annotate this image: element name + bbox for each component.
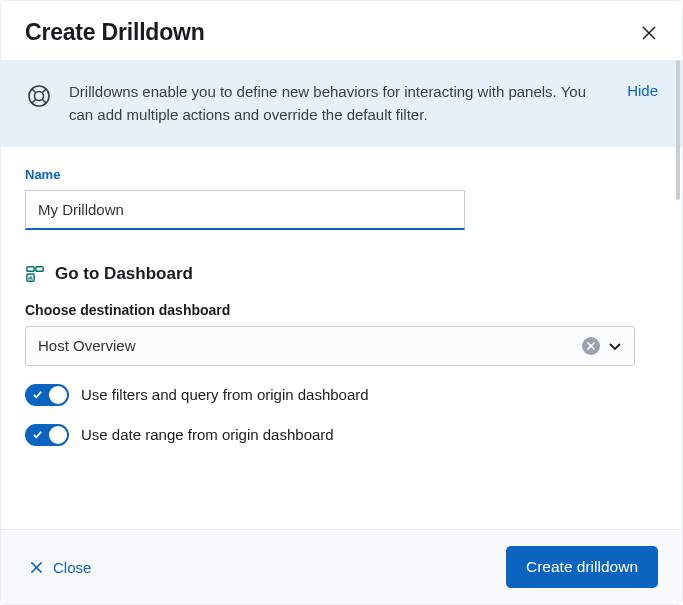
destination-value: Host Overview xyxy=(38,337,578,354)
svg-rect-8 xyxy=(27,266,34,271)
destination-label: Choose destination dashboard xyxy=(25,302,658,318)
svg-line-5 xyxy=(42,89,46,93)
check-icon xyxy=(31,429,43,441)
destination-dashboard-select[interactable]: Host Overview xyxy=(25,326,635,366)
close-button-label: Close xyxy=(53,559,91,576)
switch-thumb xyxy=(49,426,67,444)
create-drilldown-modal: Create Drilldown Drilldowns enable you t… xyxy=(0,0,683,605)
section-title: Go to Dashboard xyxy=(55,264,193,284)
toggle-use-date-range[interactable] xyxy=(25,424,69,446)
modal-title: Create Drilldown xyxy=(25,19,205,46)
modal-header: Create Drilldown xyxy=(1,1,682,60)
svg-point-3 xyxy=(35,92,44,101)
form-area: Name Go to Dashboard Choose destination … xyxy=(1,147,682,454)
create-drilldown-button[interactable]: Create drilldown xyxy=(506,546,658,588)
help-icon xyxy=(25,82,53,110)
scrollbar[interactable] xyxy=(676,60,680,200)
close-icon xyxy=(29,560,43,574)
toggle-use-filters-row: Use filters and query from origin dashbo… xyxy=(25,384,658,406)
name-input[interactable] xyxy=(25,190,465,230)
toggle-use-filters-label: Use filters and query from origin dashbo… xyxy=(81,386,369,403)
modal-body: Drilldowns enable you to define new beha… xyxy=(1,60,682,529)
clear-selection-icon[interactable] xyxy=(582,337,600,355)
close-icon[interactable] xyxy=(640,24,658,42)
close-button[interactable]: Close xyxy=(25,553,95,582)
name-label: Name xyxy=(25,167,658,182)
switch-thumb xyxy=(49,386,67,404)
chevron-down-icon[interactable] xyxy=(604,335,626,357)
dashboard-icon xyxy=(25,264,45,284)
callout-text: Drilldowns enable you to define new beha… xyxy=(69,80,611,127)
svg-rect-9 xyxy=(36,266,43,271)
section-heading: Go to Dashboard xyxy=(25,264,658,284)
toggle-use-date-range-label: Use date range from origin dashboard xyxy=(81,426,334,443)
info-callout: Drilldowns enable you to define new beha… xyxy=(1,60,682,147)
svg-line-6 xyxy=(32,99,36,103)
hide-callout-button[interactable]: Hide xyxy=(627,82,658,99)
toggle-use-filters[interactable] xyxy=(25,384,69,406)
modal-footer: Close Create drilldown xyxy=(1,529,682,604)
check-icon xyxy=(31,389,43,401)
svg-line-4 xyxy=(32,89,36,93)
svg-line-7 xyxy=(42,99,46,103)
toggle-use-date-range-row: Use date range from origin dashboard xyxy=(25,424,658,446)
